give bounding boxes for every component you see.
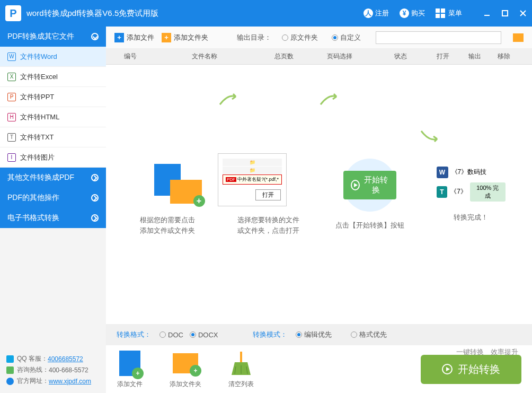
- browse-folder-button[interactable]: [513, 33, 524, 42]
- arrow-icon: [419, 128, 440, 144]
- open-button-mock: 打开: [255, 189, 281, 200]
- sidebar-footer: QQ 客服： 4006685572 咨询热线： 400-668-5572 官方网…: [0, 347, 106, 393]
- sidebar-group-pdf-ops[interactable]: PDF的其他操作: [0, 188, 106, 208]
- qq-link[interactable]: 4006685572: [48, 355, 83, 363]
- guide-step-3: 开始转换 点击【开始转换】按钮: [319, 159, 420, 231]
- register-button[interactable]: 人 注册: [363, 8, 389, 18]
- close-button[interactable]: [519, 10, 527, 17]
- globe-icon: [6, 378, 14, 385]
- app-logo: P: [5, 5, 21, 21]
- folder-plus-icon: [170, 180, 202, 204]
- radio-icon: [332, 34, 338, 41]
- toolbar: + 添加文件 + 添加文件夹 输出目录： 原文件夹 自定义: [106, 27, 532, 49]
- doc-plus-icon: [119, 351, 140, 376]
- image-icon: I: [7, 153, 16, 162]
- maximize-button[interactable]: [501, 10, 509, 17]
- txt-icon: T: [7, 133, 16, 142]
- ppt-icon: P: [7, 93, 16, 101]
- output-path-input[interactable]: [376, 31, 501, 44]
- guide-step-2: 📁 📁 PDF 中外著名疑?(*.pdf,* 打开 选择您要转换的文件 或文件夹…: [218, 153, 319, 235]
- svg-rect-1: [502, 11, 508, 16]
- folder-plus-icon: [173, 353, 198, 373]
- phone-icon: [6, 366, 14, 374]
- sidebar-group-other-to-pdf[interactable]: 其他文件转换成PDF: [0, 168, 106, 188]
- guide-step-4: W 《7》数码技 T 《7》 100% 完成 转换完成！: [420, 167, 521, 223]
- app-title: word转换成pdf转换器V6.5免费试用版: [26, 8, 358, 19]
- sidebar-item-ppt[interactable]: P 文件转PPT: [0, 87, 106, 107]
- broom-icon: [228, 350, 254, 377]
- titlebar: P word转换成pdf转换器V6.5免费试用版 人 注册 ¥ 购买 菜单: [0, 0, 532, 27]
- radio-custom-folder[interactable]: 自定义: [332, 33, 361, 42]
- sidebar-item-word[interactable]: W 文件转Word: [0, 47, 106, 67]
- yen-icon: ¥: [400, 8, 409, 18]
- sidebar-item-excel[interactable]: X 文件转Excel: [0, 67, 106, 87]
- chevron-right-icon: [91, 174, 99, 181]
- start-convert-button[interactable]: 开始转换: [421, 355, 521, 384]
- radio-docx[interactable]: DOCX: [190, 331, 218, 339]
- sidebar: PDF转换成其它文件 W 文件转Word X 文件转Excel P 文件转PPT…: [0, 27, 106, 393]
- radio-source-folder[interactable]: 原文件夹: [282, 33, 318, 42]
- play-icon: [442, 364, 453, 374]
- sidebar-item-image[interactable]: I 文件转图片: [0, 147, 106, 168]
- file-dialog-mock: 📁 📁 PDF 中外著名疑?(*.pdf,* 打开: [218, 153, 287, 206]
- radio-format-priority[interactable]: 格式优先: [351, 330, 387, 339]
- word-icon: W: [7, 53, 16, 61]
- progress-badge: 100% 完成: [470, 182, 505, 202]
- play-icon: [351, 180, 360, 190]
- table-header: 编号 文件名称 总页数 页码选择 状态 打开 输出 移除: [106, 49, 532, 65]
- grid-icon: [436, 8, 445, 18]
- radio-icon: [282, 34, 288, 41]
- convert-pill: 开始转换: [343, 171, 396, 199]
- txt-app-icon: T: [437, 186, 448, 198]
- format-bar: 转换格式： DOC DOCX 转换模式： 编辑优先 格式优先: [106, 324, 532, 345]
- arrow-icon: [318, 91, 339, 107]
- sidebar-group-pdf-to-other[interactable]: PDF转换成其它文件: [0, 27, 106, 47]
- word-app-icon: W: [437, 167, 448, 178]
- excel-icon: X: [7, 73, 16, 81]
- buy-button[interactable]: ¥ 购买: [400, 8, 425, 18]
- chevron-right-icon: [91, 194, 99, 202]
- folder-plus-icon: +: [162, 33, 171, 42]
- bottom-clear-list[interactable]: 清空列表: [228, 350, 254, 389]
- output-label: 输出目录：: [237, 33, 271, 42]
- chevron-right-icon: [91, 214, 99, 222]
- html-icon: H: [7, 113, 16, 121]
- qq-icon: [6, 355, 14, 363]
- add-folder-button[interactable]: + 添加文件夹: [162, 33, 208, 42]
- bottom-add-file[interactable]: 添加文件: [117, 350, 143, 389]
- user-icon: 人: [363, 8, 373, 18]
- start-tagline: 一键转换 效率提升: [456, 347, 518, 357]
- plus-icon: +: [114, 33, 124, 42]
- minimize-button[interactable]: [483, 10, 491, 17]
- svg-rect-4: [240, 352, 242, 362]
- menu-button[interactable]: 菜单: [436, 8, 462, 18]
- sidebar-group-ebook[interactable]: 电子书格式转换: [0, 208, 106, 228]
- radio-edit-priority[interactable]: 编辑优先: [296, 330, 332, 339]
- site-link[interactable]: www.xjpdf.com: [49, 378, 91, 385]
- radio-doc[interactable]: DOC: [159, 331, 183, 339]
- bottom-add-folder[interactable]: 添加文件夹: [170, 350, 201, 389]
- arrow-icon: [217, 91, 238, 107]
- sidebar-item-txt[interactable]: T 文件转TXT: [0, 127, 106, 147]
- add-file-button[interactable]: + 添加文件: [114, 33, 154, 42]
- guide-area: 根据您的需要点击 添加文件或文件夹 📁 📁 PDF 中外著名疑?(*.pdf,*…: [106, 65, 532, 324]
- chevron-down-icon: [91, 33, 99, 40]
- guide-step-1: 根据您的需要点击 添加文件或文件夹: [117, 153, 218, 235]
- sidebar-item-html[interactable]: H 文件转HTML: [0, 107, 106, 127]
